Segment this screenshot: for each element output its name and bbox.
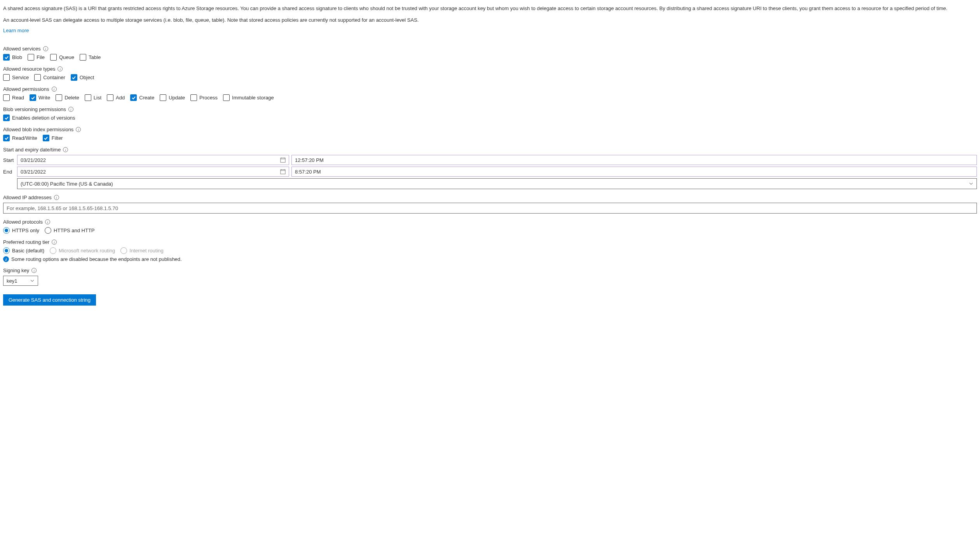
routing-radio-microsoft-network-routing: [50, 247, 56, 254]
resource_types-option-label: Container: [43, 75, 65, 80]
start-time-input[interactable]: 12:57:20 PM: [291, 155, 977, 165]
signing-key-select[interactable]: key1: [3, 276, 38, 286]
start-date-value: 03/21/2022: [21, 157, 46, 163]
info-icon[interactable]: i: [58, 66, 63, 71]
allowed-ip-label: Allowed IP addresses: [3, 195, 52, 200]
permissions-checkbox-add[interactable]: [107, 94, 113, 101]
blob-index-label: Allowed blob index permissions: [3, 127, 73, 132]
blob_index-option-label: Filter: [52, 135, 63, 141]
info-icon[interactable]: i: [76, 127, 81, 132]
services-checkbox-queue[interactable]: [50, 54, 57, 61]
permissions-checkbox-read[interactable]: [3, 94, 10, 101]
info-filled-icon: i: [3, 256, 9, 262]
description-text-1: A shared access signature (SAS) is a URI…: [3, 5, 977, 12]
end-time-input[interactable]: 8:57:20 PM: [291, 167, 977, 177]
services-option-label: Table: [89, 54, 101, 60]
info-icon[interactable]: i: [54, 195, 59, 200]
allowed-permissions-label: Allowed permissions: [3, 86, 49, 92]
end-date-input[interactable]: 03/21/2022: [17, 167, 289, 177]
routing-option-label: Basic (default): [12, 248, 44, 254]
start-date-input[interactable]: 03/21/2022: [17, 155, 289, 165]
services-checkbox-blob[interactable]: [3, 54, 10, 61]
services-option-label: Blob: [12, 54, 22, 60]
blob_index-option-label: Read/Write: [12, 135, 37, 141]
info-icon[interactable]: i: [63, 147, 68, 152]
permissions-option-label: Process: [199, 95, 218, 101]
allowed-services-label: Allowed services: [3, 46, 41, 52]
permissions-option-label: Update: [169, 95, 185, 101]
protocols-option-label: HTTPS and HTTP: [54, 228, 94, 233]
permissions-checkbox-process[interactable]: [190, 94, 197, 101]
start-label: Start: [3, 157, 15, 163]
description-text-2: An account-level SAS can delegate access…: [3, 16, 977, 24]
permissions-checkbox-immutable-storage[interactable]: [223, 94, 230, 101]
timezone-value: (UTC-08:00) Pacific Time (US & Canada): [21, 181, 113, 187]
permissions-checkbox-list[interactable]: [85, 94, 91, 101]
permissions-checkbox-create[interactable]: [130, 94, 137, 101]
permissions-option-label: Immutable storage: [232, 95, 274, 101]
services-option-label: File: [37, 54, 45, 60]
end-time-value: 8:57:20 PM: [295, 169, 321, 175]
svg-rect-0: [281, 158, 285, 162]
allowed-resource-types-label: Allowed resource types: [3, 66, 55, 72]
end-date-value: 03/21/2022: [21, 169, 46, 175]
allowed-ip-input[interactable]: [3, 203, 977, 214]
permissions-option-label: Read: [12, 95, 24, 101]
start-time-value: 12:57:20 PM: [295, 157, 324, 163]
resource_types-checkbox-service[interactable]: [3, 74, 10, 81]
resource_types-checkbox-object[interactable]: [71, 74, 77, 81]
routing-radio-basic-default-[interactable]: [3, 247, 10, 254]
resource_types-checkbox-container[interactable]: [34, 74, 41, 81]
info-icon[interactable]: i: [52, 240, 57, 245]
blob_index-checkbox-filter[interactable]: [43, 135, 49, 141]
routing-note: Some routing options are disabled becaus…: [11, 256, 182, 262]
protocols-radio-https-only[interactable]: [3, 227, 10, 234]
calendar-icon: [280, 157, 286, 163]
end-label: End: [3, 169, 15, 175]
blob_versioning-checkbox-enables-deletion-of-versions[interactable]: [3, 115, 10, 121]
resource_types-option-label: Service: [12, 75, 29, 80]
routing-radio-internet-routing: [120, 247, 127, 254]
svg-rect-4: [281, 170, 285, 174]
info-icon[interactable]: i: [52, 87, 57, 92]
routing-label: Preferred routing tier: [3, 239, 49, 245]
chevron-down-icon: [30, 278, 35, 283]
info-icon[interactable]: i: [45, 219, 50, 224]
permissions-option-label: Delete: [65, 95, 79, 101]
permissions-checkbox-write[interactable]: [30, 94, 36, 101]
permissions-checkbox-update[interactable]: [160, 94, 166, 101]
protocols-radio-https-and-http[interactable]: [45, 227, 51, 234]
datetime-label: Start and expiry date/time: [3, 147, 61, 153]
routing-option-label: Internet routing: [129, 248, 163, 254]
permissions-option-label: List: [94, 95, 101, 101]
protocols-option-label: HTTPS only: [12, 228, 39, 233]
info-icon[interactable]: i: [31, 268, 37, 273]
services-checkbox-file[interactable]: [28, 54, 34, 61]
blob-versioning-label: Blob versioning permissions: [3, 106, 66, 112]
generate-button[interactable]: Generate SAS and connection string: [3, 294, 96, 306]
allowed-protocols-label: Allowed protocols: [3, 219, 43, 225]
permissions-checkbox-delete[interactable]: [56, 94, 62, 101]
services-checkbox-table[interactable]: [80, 54, 86, 61]
learn-more-link[interactable]: Learn more: [3, 28, 29, 33]
permissions-option-label: Write: [38, 95, 50, 101]
permissions-option-label: Create: [139, 95, 154, 101]
blob_versioning-option-label: Enables deletion of versions: [12, 115, 75, 121]
info-icon[interactable]: i: [43, 46, 48, 51]
chevron-down-icon: [969, 181, 973, 186]
blob_index-checkbox-read-write[interactable]: [3, 135, 10, 141]
info-icon[interactable]: i: [68, 107, 73, 112]
resource_types-option-label: Object: [80, 75, 94, 80]
services-option-label: Queue: [59, 54, 74, 60]
permissions-option-label: Add: [116, 95, 125, 101]
timezone-select[interactable]: (UTC-08:00) Pacific Time (US & Canada): [17, 178, 977, 189]
signing-key-label: Signing key: [3, 268, 29, 273]
signing-key-value: key1: [7, 278, 17, 284]
calendar-icon: [280, 169, 286, 174]
routing-option-label: Microsoft network routing: [59, 248, 115, 254]
